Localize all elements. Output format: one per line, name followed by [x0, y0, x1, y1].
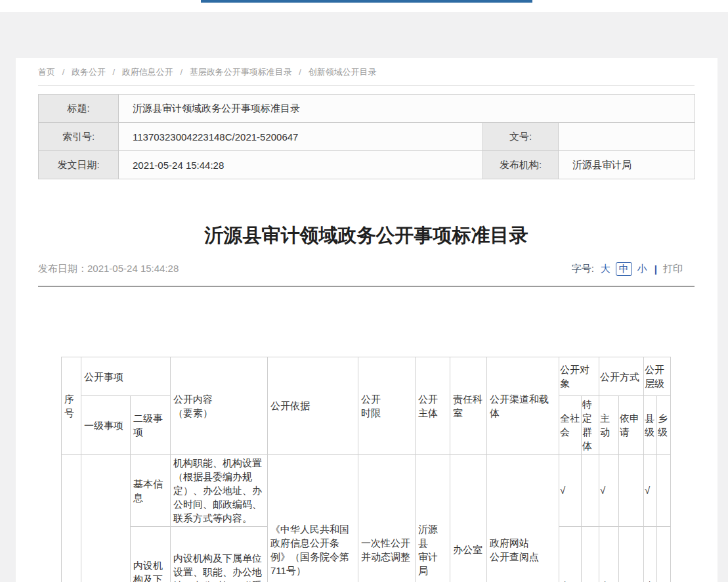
cell-basis: 《中华人民共和国 政府信息公开条 例》（国务院令第 711号） — [268, 455, 358, 582]
header-row-1: 序号 公开事项 公开内容 （要素） 公开依据 公开 时限 公开 主体 责任科室 … — [62, 357, 671, 396]
doc-info-row-title: 标题: 沂源县审计领域政务公开事项标准目录 — [39, 95, 695, 123]
breadcrumb-standard-catalog[interactable]: 基层政务公开事项标准目录 — [190, 67, 292, 77]
title-divider — [38, 286, 695, 287]
table-row: 基本信息 机构职能、机构设置（根据县委编办规定）、办公地址、办公时间、邮政编码、… — [62, 455, 671, 527]
font-size-large-button[interactable]: 大 — [601, 263, 610, 275]
th-channel: 公开渠道和载体 — [487, 357, 559, 455]
th-method-request: 依申请 — [619, 396, 644, 455]
th-matter-l1: 一级事项 — [81, 396, 131, 455]
doc-title-label: 标题: — [39, 95, 119, 123]
th-basis: 公开依据 — [268, 357, 358, 455]
publish-date-value: 2021-05-24 15:44:28 — [87, 263, 179, 274]
cell-time-limit: 一次性公开 并动态调整 — [358, 455, 416, 582]
th-level: 公开层级 — [644, 357, 671, 396]
breadcrumb-zhengwugongkai[interactable]: 政务公开 — [72, 67, 106, 77]
cell-matter-l1 — [81, 455, 131, 582]
breadcrumb-government-info[interactable]: 政府信息公开 — [122, 67, 173, 77]
cell-department: 办公室 — [450, 455, 487, 582]
top-nav-accent-bar — [201, 0, 532, 3]
publish-date-label: 发布日期： — [38, 263, 87, 274]
check-cell-specific — [582, 527, 599, 582]
breadcrumb-innovation-catalog[interactable]: 创新领域公开目录 — [309, 67, 377, 77]
breadcrumb: 首页 / 政务公开 / 政府信息公开 / 基层政务公开事项标准目录 / 创新领域… — [38, 66, 695, 78]
check-cell-active: √ — [599, 527, 619, 582]
font-size-label: 字号: — [572, 263, 594, 275]
doc-info-row-date: 发文日期: 2021-05-24 15:44:28 发布机构: 沂源县审计局 — [39, 151, 695, 179]
doc-issuing-org-label: 发布机构: — [483, 151, 559, 179]
cell-content: 机构职能、机构设置（根据县委编办规定）、办公地址、办公时间、邮政编码、联系方式等… — [171, 455, 268, 527]
doc-issue-date-value: 2021-05-24 15:44:28 — [119, 151, 483, 179]
page: 首页 / 政务公开 / 政府信息公开 / 基层政务公开事项标准目录 / 创新领域… — [0, 0, 728, 582]
document-info-table: 标题: 沂源县审计领域政务公开事项标准目录 索引号: 1137032300422… — [38, 94, 695, 179]
th-target-all: 全社会 — [559, 396, 582, 455]
check-cell-request — [619, 455, 644, 527]
cell-seq — [62, 455, 81, 582]
doc-title-value: 沂源县审计领域政务公开事项标准目录 — [119, 95, 695, 123]
check-cell-all: √ — [559, 455, 582, 527]
th-target-specific: 特定群体 — [582, 396, 599, 455]
th-method-active: 主动 — [599, 396, 619, 455]
check-cell-county: √ — [644, 455, 657, 527]
th-department: 责任科室 — [450, 357, 487, 455]
check-cell-town — [657, 527, 671, 582]
cell-channel: 政府网站 公开查阅点 — [487, 455, 559, 582]
breadcrumb-home[interactable]: 首页 — [38, 67, 55, 77]
font-size-small-button[interactable]: 小 — [637, 263, 647, 275]
check-cell-active: √ — [599, 455, 619, 527]
print-button[interactable]: 打印 — [663, 263, 683, 275]
th-content: 公开内容 （要素） — [171, 357, 268, 455]
doc-issue-date-label: 发文日期: — [39, 151, 119, 179]
check-cell-town — [657, 455, 671, 527]
breadcrumb-separator: / — [299, 67, 301, 77]
doc-issuing-org-value: 沂源县审计局 — [559, 151, 695, 179]
check-cell-specific — [582, 455, 599, 527]
cell-matter-l2: 基本信息 — [131, 455, 171, 527]
font-size-medium-button[interactable]: 中 — [616, 262, 632, 276]
catalog-table: 序号 公开事项 公开内容 （要素） 公开依据 公开 时限 公开 主体 责任科室 … — [61, 357, 671, 582]
th-matter: 公开事项 — [81, 357, 171, 396]
doc-number-label: 文号: — [483, 123, 559, 151]
doc-index-value: 11370323004223148C/2021-5200647 — [119, 123, 483, 151]
th-level-county: 县级 — [644, 396, 657, 455]
breadcrumb-separator: / — [113, 67, 116, 77]
breadcrumb-divider — [38, 85, 695, 86]
cell-content: 内设机构及下属单位设置、职能、办公地址、办公时间、联系方式、负责人姓名等信息。 — [171, 527, 268, 582]
check-cell-all: √ — [559, 527, 582, 582]
publish-date: 发布日期：2021-05-24 15:44:28 — [38, 263, 179, 275]
th-time-limit: 公开 时限 — [358, 357, 416, 455]
cell-subject: 沂源县 审计局 — [416, 455, 450, 582]
check-cell-county: √ — [644, 527, 657, 582]
th-level-town: 乡级 — [657, 396, 671, 455]
breadcrumb-separator: / — [62, 67, 65, 77]
th-method: 公开方式 — [599, 357, 644, 396]
th-seq: 序号 — [62, 357, 81, 455]
publish-row: 发布日期：2021-05-24 15:44:28 字号: 大 中 小 | 打印 — [38, 260, 695, 277]
tools-divider: | — [654, 263, 657, 275]
check-cell-request — [619, 527, 644, 582]
doc-number-value — [559, 123, 695, 151]
cell-matter-l2: 内设机构及下属事业单位 — [131, 527, 171, 582]
page-title: 沂源县审计领域政务公开事项标准目录 — [38, 223, 695, 247]
th-subject: 公开 主体 — [416, 357, 450, 455]
document-info-table-wrap: 标题: 沂源县审计领域政务公开事项标准目录 索引号: 1137032300422… — [38, 94, 695, 179]
font-size-tools: 字号: 大 中 小 | 打印 — [572, 262, 695, 276]
catalog-table-wrap: 序号 公开事项 公开内容 （要素） 公开依据 公开 时限 公开 主体 责任科室 … — [61, 357, 671, 582]
content-card: 首页 / 政务公开 / 政府信息公开 / 基层政务公开事项标准目录 / 创新领域… — [16, 58, 717, 582]
th-target: 公开对象 — [559, 357, 599, 396]
doc-index-label: 索引号: — [39, 123, 119, 151]
doc-info-row-index: 索引号: 11370323004223148C/2021-5200647 文号: — [39, 123, 695, 151]
breadcrumb-separator: / — [180, 67, 182, 77]
th-matter-l2: 二级事项 — [131, 396, 171, 455]
